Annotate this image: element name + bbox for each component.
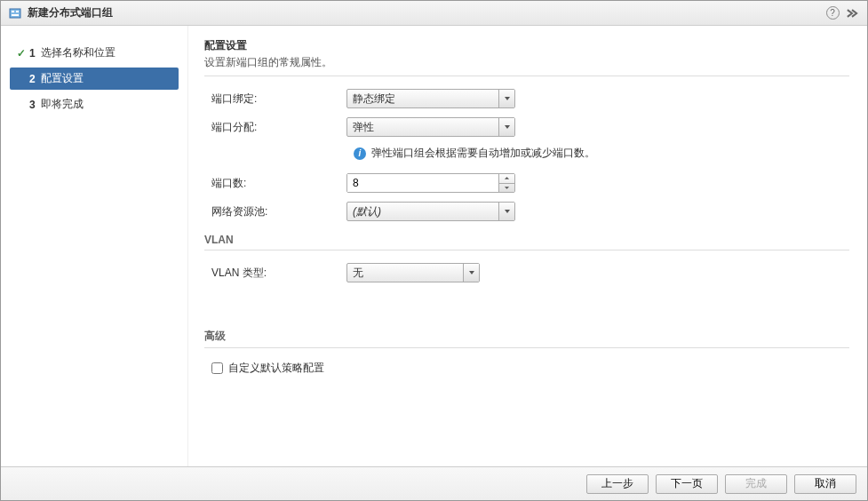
row-port-binding: 端口绑定: 静态绑定 [204,89,849,108]
info-text: 弹性端口组会根据需要自动增加或减少端口数。 [371,146,595,161]
select-port-binding[interactable]: 静态绑定 [346,89,515,108]
group-vlan: VLAN [204,230,849,250]
select-net-pool[interactable]: (默认) [346,202,515,221]
dialog-body: ✓ 1 选择名称和位置 ✓ 2 配置设置 ✓ 3 即将完成 配置设置 设置新端口… [1,26,867,466]
info-icon: i [354,147,366,160]
row-net-pool: 网络资源池: (默认) [204,202,849,221]
row-port-count: 端口数: [204,173,849,193]
spin-up-button[interactable] [499,174,514,184]
back-button[interactable]: 上一步 [586,474,649,494]
chevron-down-icon [463,264,479,282]
dialog-title: 新建分布式端口组 [28,5,821,20]
check-icon: ✓ [15,47,28,60]
label-port-alloc: 端口分配: [204,120,346,135]
divider [204,76,849,76]
spinner-port-count [346,173,515,193]
footer: 上一步 下一页 完成 取消 [1,466,867,500]
select-port-alloc[interactable]: 弹性 [346,117,515,137]
label-port-count: 端口数: [204,176,346,191]
chevron-down-icon [498,90,514,107]
chevron-down-icon [498,118,514,136]
svg-rect-0 [10,9,20,18]
info-port-alloc: i 弹性端口组会根据需要自动增加或减少端口数。 [354,146,849,161]
next-button[interactable]: 下一页 [656,474,718,494]
spin-down-button[interactable] [499,184,514,193]
app-icon [8,6,22,20]
label-net-pool: 网络资源池: [204,204,346,219]
input-port-count[interactable] [347,174,498,192]
label-custom-policy: 自定义默认策略配置 [228,361,324,376]
section-title: 配置设置 [204,38,849,53]
help-icon[interactable]: ? [824,5,840,21]
row-port-alloc: 端口分配: 弹性 [204,117,849,137]
checkbox-custom-policy[interactable] [211,362,223,374]
dialog-window: 新建分布式端口组 ? ✓ 1 选择名称和位置 ✓ 2 配置设置 ✓ 3 即将完成 [0,0,868,501]
svg-rect-1 [12,11,14,12]
finish-button: 完成 [725,474,787,494]
expand-icon[interactable] [844,5,860,21]
label-vlan-type: VLAN 类型: [204,266,346,281]
step-3: ✓ 3 即将完成 [10,93,179,115]
row-custom-policy: 自定义默认策略配置 [204,361,849,376]
content-panel: 配置设置 设置新端口组的常规属性。 端口绑定: 静态绑定 端口分配: 弹性 [187,26,867,466]
titlebar: 新建分布式端口组 ? [1,1,867,26]
wizard-steps: ✓ 1 选择名称和位置 ✓ 2 配置设置 ✓ 3 即将完成 [1,26,187,466]
label-port-binding: 端口绑定: [204,91,346,107]
row-vlan-type: VLAN 类型: 无 [204,263,849,282]
chevron-down-icon [498,203,514,220]
svg-rect-2 [16,11,19,12]
select-vlan-type[interactable]: 无 [346,263,480,282]
step-1[interactable]: ✓ 1 选择名称和位置 [10,42,179,64]
section-desc: 设置新端口组的常规属性。 [204,55,849,70]
cancel-button[interactable]: 取消 [794,474,856,494]
step-2[interactable]: ✓ 2 配置设置 [10,68,179,90]
svg-rect-3 [12,14,19,16]
group-advanced: 高级 [204,325,849,348]
